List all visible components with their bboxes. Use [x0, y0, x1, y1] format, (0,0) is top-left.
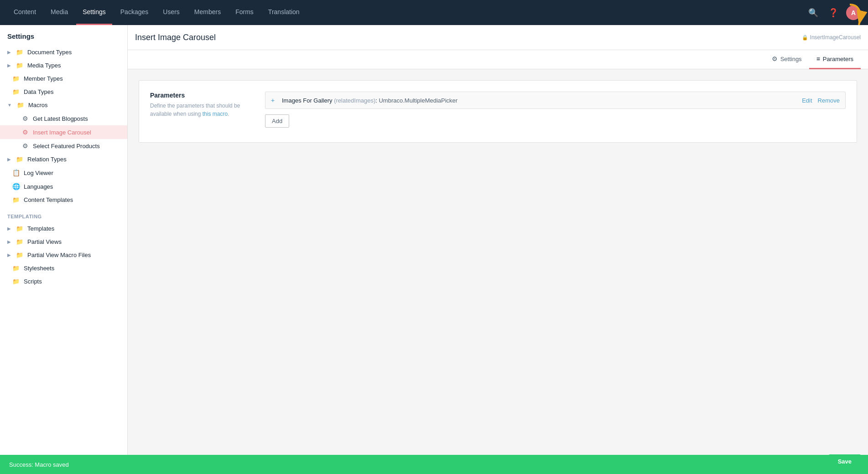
sidebar-item-partial-view-macro-files[interactable]: ▶ 📁 Partial View Macro Files: [0, 248, 127, 262]
nav-translation[interactable]: Translation: [262, 0, 306, 25]
expand-icon[interactable]: +: [271, 97, 278, 104]
content-area: Insert Image Carousel 🔒 InsertImageCarou…: [128, 25, 868, 474]
sidebar-item-label: Member Types: [24, 75, 63, 82]
tab-label: Parameters: [823, 56, 853, 62]
sidebar-item-partial-views[interactable]: ▶ 📁 Partial Views: [0, 235, 127, 248]
toggle-arrow: ▶: [7, 157, 11, 162]
sidebar-item-label: Scripts: [24, 278, 42, 285]
folder-icon: 📁: [12, 75, 20, 82]
sidebar-item-label: Log Viewer: [24, 170, 53, 176]
parameter-name: Images For Gallery (relatedImages): Umbr…: [282, 97, 798, 104]
sidebar-item-get-latest-blogposts[interactable]: ⚙ Get Latest Blogposts: [0, 112, 127, 125]
macro-link[interactable]: this macro: [203, 111, 228, 117]
sidebar-item-document-types[interactable]: ▶ 📁 Document Types: [0, 46, 127, 59]
sidebar-item-label: Data Types: [24, 88, 54, 95]
sidebar-item-templates[interactable]: ▶ 📁 Templates: [0, 222, 127, 235]
toggle-arrow: ▼: [7, 103, 12, 108]
tab-settings[interactable]: ⚙ Settings: [764, 50, 809, 69]
folder-icon: 📁: [16, 102, 25, 108]
edit-button[interactable]: Edit: [802, 97, 812, 104]
sidebar-item-label: Relation Types: [27, 156, 67, 163]
search-icon[interactable]: 🔍: [806, 5, 821, 20]
folder-icon: 📁: [16, 238, 24, 245]
sidebar-item-label: Media Types: [27, 62, 61, 69]
help-icon[interactable]: ❓: [826, 5, 841, 20]
lock-icon: 🔒: [802, 35, 808, 41]
folder-icon: 📁: [12, 196, 20, 203]
card-header: Parameters Define the parameters that sh…: [150, 92, 846, 128]
globe-icon: 🌐: [12, 183, 20, 190]
sidebar-item-macros[interactable]: ▼ 📁 Macros: [0, 98, 127, 112]
breadcrumb-text: InsertImageCarousel: [810, 34, 861, 41]
sidebar-item-select-featured-products[interactable]: ⚙ Select Featured Products: [0, 139, 127, 153]
parameters-description: Define the parameters that should be ava…: [150, 102, 250, 118]
success-banner: Success: Macro saved ×: [0, 455, 868, 474]
sidebar-item-scripts[interactable]: 📁 Scripts: [0, 275, 127, 288]
nav-settings[interactable]: Settings: [76, 0, 112, 25]
parameter-actions: Edit Remove: [802, 97, 840, 104]
sidebar-item-label: Select Featured Products: [33, 143, 100, 149]
main-layout: Settings ▶ 📁 Document Types ▶ 📁 Media Ty…: [0, 25, 868, 474]
nav-forms[interactable]: Forms: [229, 0, 260, 25]
sidebar-item-label: Document Types: [27, 49, 72, 56]
card-content-section: + Images For Gallery (relatedImages): Um…: [265, 92, 846, 128]
top-navigation: Content Media Settings Packages Users Me…: [0, 0, 868, 25]
nav-items: Content Media Settings Packages Users Me…: [7, 0, 306, 25]
sidebar-item-label: Partial View Macro Files: [27, 252, 91, 258]
add-parameter-button[interactable]: Add: [265, 114, 289, 128]
sidebar-item-languages[interactable]: 🌐 Languages: [0, 180, 127, 193]
list-icon: 📋: [12, 169, 20, 176]
card-label-section: Parameters Define the parameters that sh…: [150, 92, 250, 128]
sidebar-item-member-types[interactable]: 📁 Member Types: [0, 72, 127, 85]
toggle-arrow: ▶: [7, 239, 11, 244]
sidebar-item-label: Partial Views: [27, 238, 62, 245]
sidebar-item-media-types[interactable]: ▶ 📁 Media Types: [0, 59, 127, 72]
sidebar-item-label: Languages: [24, 183, 53, 190]
content-header: Insert Image Carousel 🔒 InsertImageCarou…: [128, 25, 868, 50]
remove-button[interactable]: Remove: [818, 97, 840, 104]
save-button[interactable]: Save: [829, 454, 861, 469]
sidebar-item-label: Insert Image Carousel: [33, 129, 91, 136]
folder-icon: 📁: [16, 62, 24, 69]
sidebar-item-insert-image-carousel[interactable]: ⚙ Insert Image Carousel: [0, 125, 127, 139]
main-content: Parameters Define the parameters that sh…: [128, 69, 868, 474]
folder-icon: 📁: [16, 225, 24, 232]
nav-packages[interactable]: Packages: [114, 0, 155, 25]
nav-right: 🔍 ❓ A: [806, 5, 861, 20]
sidebar-item-relation-types[interactable]: ▶ 📁 Relation Types: [0, 153, 127, 166]
sidebar-item-data-types[interactable]: 📁 Data Types: [0, 85, 127, 98]
macro-icon: ⚙: [21, 129, 29, 136]
sidebar-item-label: Get Latest Blogposts: [33, 115, 88, 122]
nav-content[interactable]: Content: [7, 0, 42, 25]
nav-media[interactable]: Media: [44, 0, 74, 25]
avatar[interactable]: A: [846, 5, 861, 20]
tab-bar: ⚙ Settings ≡ Parameters: [128, 50, 868, 69]
success-text: Success: Macro saved: [9, 461, 69, 468]
sidebar-item-stylesheets[interactable]: 📁 Stylesheets: [0, 262, 127, 275]
tab-parameters[interactable]: ≡ Parameters: [809, 50, 861, 69]
sidebar-item-content-templates[interactable]: 📁 Content Templates: [0, 193, 127, 206]
sidebar-item-label: Macros: [28, 102, 48, 108]
macro-icon: ⚙: [21, 142, 29, 149]
toggle-arrow: ▶: [7, 63, 11, 68]
sidebar-title: Settings: [0, 32, 127, 46]
folder-icon: 📁: [12, 265, 20, 272]
tab-label: Settings: [780, 56, 802, 62]
sidebar-item-label: Stylesheets: [24, 265, 54, 272]
folder-icon: 📁: [12, 278, 20, 285]
sidebar: Settings ▶ 📁 Document Types ▶ 📁 Media Ty…: [0, 25, 128, 474]
parameters-heading: Parameters: [150, 92, 250, 99]
macro-icon: ⚙: [21, 115, 29, 122]
templating-section-title: Templating: [0, 206, 127, 222]
sidebar-item-log-viewer[interactable]: 📋 Log Viewer: [0, 166, 127, 180]
folder-icon: 📁: [12, 88, 20, 95]
toggle-arrow: ▶: [7, 50, 11, 55]
nav-members[interactable]: Members: [188, 0, 227, 25]
parameters-card: Parameters Define the parameters that sh…: [139, 80, 857, 143]
sidebar-item-label: Templates: [27, 225, 54, 232]
settings-tab-icon: ⚙: [772, 55, 778, 62]
folder-icon: 📁: [16, 252, 24, 258]
nav-users[interactable]: Users: [156, 0, 186, 25]
parameter-row: + Images For Gallery (relatedImages): Um…: [265, 92, 846, 109]
breadcrumb: 🔒 InsertImageCarousel: [802, 34, 861, 41]
